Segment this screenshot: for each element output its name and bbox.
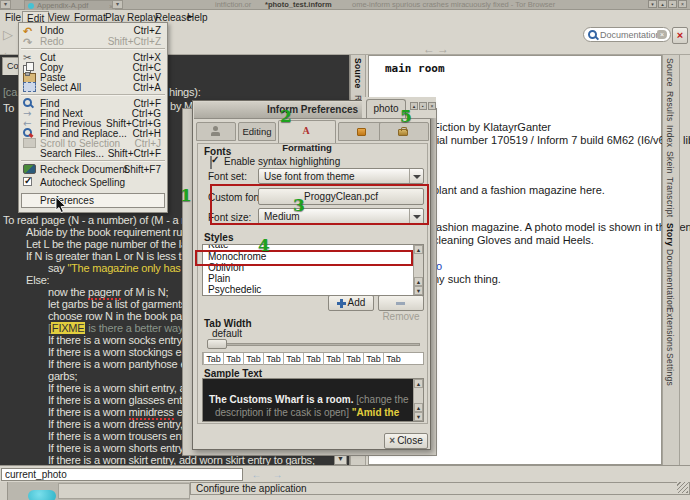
styles-section-label: Styles xyxy=(204,232,233,243)
menu-item-undo[interactable]: UndoCtrl+Z xyxy=(20,25,166,36)
taskbar-icon xyxy=(28,490,56,500)
annotation-1: 1 xyxy=(180,185,192,205)
menu-item-preferences[interactable]: Preferences xyxy=(21,193,165,208)
window-title: *photo_test.inform xyxy=(265,0,332,10)
styles-scrollbar[interactable]: ▲ ▲ ▼ xyxy=(413,245,423,295)
menu-item-autocheck-spelling[interactable]: Autocheck Spelling xyxy=(20,177,166,188)
tab-author[interactable]: Author xyxy=(196,122,236,141)
menu-separator xyxy=(21,160,165,162)
tab-documentation[interactable]: Documentation xyxy=(665,249,675,310)
tab-dropdown-icon[interactable]: ▾ xyxy=(0,0,11,9)
stop-button[interactable]: × xyxy=(672,27,688,44)
annotation-box-font-rows xyxy=(210,184,429,225)
font-set-label: Font set: xyxy=(208,171,247,182)
tab-ruler: TabTabTabTabTabTabTabTabTabTab xyxy=(202,352,424,365)
right-panel-tabstrip: Source Results Index Skein Transcript St… xyxy=(662,55,680,465)
tab-source[interactable]: Source xyxy=(665,58,675,87)
background-browser-tab[interactable]: Appendix-A.pdf × xyxy=(24,0,116,10)
advanced-icon xyxy=(398,129,408,136)
maximize-icon[interactable]: ▪ xyxy=(668,0,677,8)
find-replace-icon xyxy=(23,128,36,138)
scroll-up-icon[interactable]: ▲ xyxy=(414,403,423,412)
tab-results[interactable]: Results xyxy=(665,91,675,121)
resize-grip[interactable] xyxy=(677,482,688,493)
remove-style-button[interactable]: Remove xyxy=(378,295,424,311)
font-set-select[interactable]: Use font from theme xyxy=(258,168,424,184)
inform-ide-window: ▾ Appendix-A.pdf × ▾ intfiction.or *phot… xyxy=(0,0,690,500)
scroll-down-icon[interactable]: ▼ xyxy=(414,286,423,295)
close-icon[interactable]: × xyxy=(428,102,436,110)
background-tab-label: Appendix-A.pdf xyxy=(37,1,88,10)
menu-item-select-all[interactable]: Select AllCtrl+A xyxy=(20,82,166,93)
story-line: ny such thing. xyxy=(433,273,501,285)
find-previous-icon xyxy=(23,118,36,128)
next-match-icon[interactable]: → xyxy=(268,469,287,481)
source-fragment: hings): xyxy=(169,86,201,98)
syntax-highlight-checkbox[interactable] xyxy=(210,156,212,169)
quick-search-input[interactable] xyxy=(1,468,243,481)
copy-icon xyxy=(23,62,36,72)
style-item-plain[interactable]: Plain xyxy=(204,273,412,284)
cut-icon xyxy=(23,52,36,62)
find-next-icon xyxy=(23,108,36,118)
menu-help[interactable]: Help xyxy=(183,11,212,24)
annotation-5: 5 xyxy=(400,106,412,126)
tab-transcript[interactable]: Transcript xyxy=(665,177,675,217)
background-taskbar xyxy=(0,482,190,500)
scroll-up-icon[interactable]: ▲ xyxy=(414,245,423,254)
style-item-psychedelic[interactable]: Psychedelic xyxy=(204,284,412,295)
panel-forward-icon[interactable]: → xyxy=(437,42,449,56)
tab-width-slider-handle[interactable] xyxy=(207,339,227,349)
tab-favicon xyxy=(28,3,34,9)
tab-list-icon[interactable]: ▾ xyxy=(112,0,123,9)
minus-icon xyxy=(396,302,405,305)
tab-width-slider[interactable] xyxy=(208,343,420,346)
tab-story[interactable]: Story xyxy=(665,223,675,246)
go-button[interactable]: ▷ xyxy=(3,27,13,42)
clear-search-icon[interactable]: × xyxy=(657,30,667,39)
tab-editing[interactable]: Editing xyxy=(238,122,276,141)
extensions-icon xyxy=(357,128,366,136)
search-input[interactable] xyxy=(600,29,658,41)
minimize-icon[interactable]: ▾ xyxy=(648,0,657,8)
select-all-icon xyxy=(23,82,36,92)
annotation-3: 3 xyxy=(293,195,305,215)
restore-icon[interactable]: ▴ xyxy=(658,0,667,8)
close-button[interactable]: ×Close xyxy=(384,433,428,449)
scroll-up-icon[interactable]: ▲ xyxy=(414,379,423,388)
story-line: rial number 170519 / Inform 7 build 6M62… xyxy=(433,134,690,146)
tab-extensions[interactable]: Extensions xyxy=(665,307,675,352)
tab-settings[interactable]: Settings xyxy=(665,353,675,386)
maximize-icon[interactable]: ▪ xyxy=(419,102,427,110)
status-text: Configure the application xyxy=(196,483,307,494)
documentation-search[interactable]: × xyxy=(583,27,671,42)
scroll-up-icon[interactable]: ▲ xyxy=(414,277,423,286)
tab-skein[interactable]: Skein xyxy=(665,151,675,174)
add-style-button[interactable]: Add xyxy=(328,295,374,311)
author-icon xyxy=(211,126,220,136)
panel-back-icon[interactable]: ← xyxy=(423,42,435,56)
room-title: main room xyxy=(385,62,445,75)
taskbar-fragment xyxy=(58,483,190,499)
menu-item-search-files[interactable]: Search Files...Shift+Ctrl+F xyxy=(20,148,166,159)
tab-source[interactable]: Source xyxy=(353,58,363,89)
story-line: Fiction by KlatayrGanter xyxy=(433,121,551,133)
source-fragment: To xyxy=(3,102,14,114)
tab-index[interactable]: Index xyxy=(665,125,675,147)
sample-scrollbar[interactable]: ▲ ▲ ▼ xyxy=(413,379,423,421)
scroll-down-icon[interactable]: ▼ xyxy=(414,412,423,421)
preferences-dialog: Inform Preferences Author Editing Format… xyxy=(192,100,431,450)
taskbar-fragment xyxy=(0,482,8,500)
previous-match-icon[interactable]: ← xyxy=(247,469,266,481)
background-title-left: intfiction.or xyxy=(215,0,251,10)
menu-item-recheck-document[interactable]: Recheck DocumentShift+F7 xyxy=(20,164,166,175)
edit-menu: UndoCtrl+Z RedoShift+Ctrl+Z CutCtrl+X Co… xyxy=(18,22,168,213)
close-icon[interactable]: × xyxy=(678,0,687,8)
menu-item-redo[interactable]: RedoShift+Ctrl+Z xyxy=(20,36,166,47)
close-x-icon: × xyxy=(389,435,395,446)
redo-icon xyxy=(23,36,36,46)
undo-icon xyxy=(23,25,36,35)
background-title-right: ome-inform spurious crashes miracuously … xyxy=(352,0,555,10)
syntax-highlight-label: Enable syntax highlighting xyxy=(224,156,340,167)
scroll-to-selection-icon xyxy=(23,138,36,148)
